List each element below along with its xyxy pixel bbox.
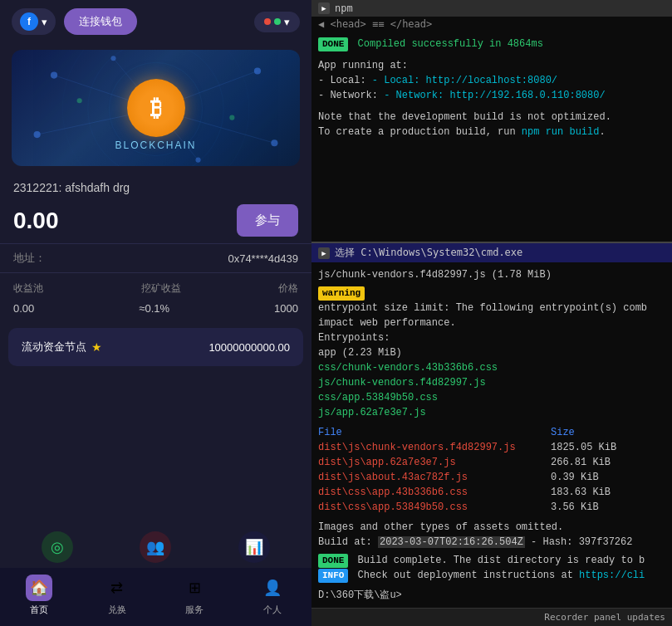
right-panel: ▶ npm ◀ <head> ≡≡ </head> DONE Compiled … <box>311 0 672 626</box>
svg-point-15 <box>77 98 82 103</box>
file-name-2: dist\js\about.43ac782f.js <box>318 470 534 485</box>
circle-symbol: ◎ <box>51 538 64 556</box>
nav-service[interactable]: ⊞ 服务 <box>156 575 234 616</box>
exchange-icon: ⇄ <box>104 575 130 601</box>
cmd-terminal-body: js/chunk-vendors.f4d82997.js (1.78 MiB) … <box>311 262 672 608</box>
warning-badge: warning <box>318 286 365 301</box>
file-name-1: dist\js\app.62a7e3e7.js <box>318 455 534 470</box>
file-name-4: dist\css\app.53849b50.css <box>318 500 534 515</box>
cmd-icon: ▶ <box>318 247 330 259</box>
connect-wallet-button[interactable]: 连接钱包 <box>64 8 137 35</box>
file-size-3: 183.63 KiB <box>551 485 611 500</box>
file-col1: File <box>318 425 534 440</box>
join-button[interactable]: 参与 <box>237 204 298 237</box>
compiled-text: Compiled successfully in 4864ms <box>358 38 543 50</box>
file-row-0: dist\js\chunk-vendors.f4d82997.js 1825.0… <box>318 440 665 455</box>
liquidity-text: 流动资金节点 <box>22 340 86 355</box>
build-timestamp: 2023-03-07T02:16:26.504Z <box>378 536 525 548</box>
js-file1: js/chunk-vendors.f4d82997.js <box>318 377 486 389</box>
stats-col3: 价格 <box>278 281 298 296</box>
svg-point-13 <box>110 56 115 61</box>
stats-values: 0.00 ≈0.1% 1000 <box>0 299 311 323</box>
banner-subtitle: BLOCKCHAIN <box>115 139 196 151</box>
pink-people-icon[interactable]: 👥 <box>140 531 171 563</box>
info-badge: INFO <box>318 569 348 583</box>
home-icon: 🏠 <box>26 575 52 601</box>
build-at-line: Build at: 2023-03-07T02:16:26.504Z - Has… <box>318 535 665 550</box>
address-row: 地址： 0x74****4d439 <box>0 243 311 273</box>
stats-header: 收益池 挖矿收益 价格 <box>0 273 311 299</box>
nav-service-label: 服务 <box>185 604 204 616</box>
notification-button[interactable]: ▾ <box>254 12 300 32</box>
nav-exchange[interactable]: ⇄ 兑换 <box>78 575 156 616</box>
cmd-titlebar: ▶ 选择 C:\Windows\System32\cmd.exe <box>311 243 672 262</box>
file-size-4: 3.56 KiB <box>551 500 599 515</box>
stats-val3: 1000 <box>274 302 298 315</box>
info-line: INFO Check out deployment instructions a… <box>318 568 665 583</box>
stats-col2: 挖矿收益 <box>141 281 181 296</box>
stats-val2: ≈0.1% <box>139 302 169 315</box>
address-value: 0x74****4d439 <box>228 252 298 265</box>
bottom-icons-row: ◎ 👥 📊 <box>0 521 311 568</box>
js-file2: js/app.62a7e3e7.js <box>318 407 426 418</box>
svg-point-10 <box>254 67 261 74</box>
terminal-icon: ▶ <box>318 2 330 14</box>
entry-line3: Entrypoints: <box>318 330 665 345</box>
images-note: Images and other types of assets omitted… <box>318 520 665 535</box>
done2-badge: DONE <box>318 554 348 568</box>
svg-point-16 <box>229 115 234 120</box>
chunk-line: js/chunk-vendors.f4d82997.js (1.78 MiB) <box>318 267 665 282</box>
nav-home[interactable]: 🏠 首页 <box>0 575 78 616</box>
nav-exchange-label: 兑换 <box>108 604 126 616</box>
app-running-line: App running at: <box>318 58 665 73</box>
file-size-1: 266.81 KiB <box>551 455 611 470</box>
stats-col1: 收益池 <box>13 281 43 296</box>
file-row-4: dist\css\app.53849b50.css 3.56 KiB <box>318 500 665 515</box>
nav-profile[interactable]: 👤 个人 <box>233 575 311 616</box>
blockchain-banner: ₿ BLOCKCHAIN <box>12 50 300 166</box>
balance-amount: 0.00 <box>13 208 59 234</box>
warning-line: warning <box>318 286 665 301</box>
css-file1: css/chunk-vendors.43b336b6.css <box>318 362 498 374</box>
entry-line4: app (2.23 MiB) <box>318 345 665 360</box>
file-table: File Size dist\js\chunk-vendors.f4d82997… <box>318 425 665 515</box>
status-bar: Recorder panel updates <box>311 608 672 626</box>
cli-url: https://cli <box>579 570 645 581</box>
bottom-nav: 🏠 首页 ⇄ 兑换 ⊞ 服务 👤 个人 <box>0 568 311 626</box>
svg-point-9 <box>51 72 57 79</box>
fb-button[interactable]: f ▾ <box>12 8 56 35</box>
chart-symbol: 📊 <box>245 538 263 556</box>
build-complete-line: DONE Build complete. The dist directory … <box>318 553 665 568</box>
entry-line7: css/app.53849b50.css <box>318 390 665 405</box>
file-size-2: 0.39 KiB <box>551 470 599 485</box>
green-dot-icon <box>274 18 281 25</box>
people-symbol: 👥 <box>146 538 164 556</box>
file-name-3: dist\css\app.43b336b6.css <box>318 485 534 500</box>
user-info: 2312221: afshdafh drg <box>0 173 311 198</box>
file-table-header: File Size <box>318 425 665 440</box>
npm-titlebar: ▶ npm <box>311 0 672 17</box>
done-badge: DONE <box>318 37 348 51</box>
css-file2: css/app.53849b50.css <box>318 392 438 403</box>
chevron-icon: ▾ <box>42 16 47 28</box>
file-row-2: dist\js\about.43ac782f.js 0.39 KiB <box>318 470 665 485</box>
left-panel: f ▾ 连接钱包 ▾ <box>0 0 311 626</box>
local-url: - Local: http://localhost:8080/ <box>372 75 557 86</box>
green-circle-icon[interactable]: ◎ <box>42 531 73 563</box>
svg-point-12 <box>271 139 277 146</box>
file-col2: Size <box>551 425 575 440</box>
head-tag: ◀ <head> ≡≡ </head> <box>311 17 672 32</box>
balance-row: 0.00 参与 <box>0 198 311 243</box>
liquidity-node-row[interactable]: 流动资金节点 ★ 10000000000.00 <box>8 328 303 366</box>
stats-val1: 0.00 <box>13 302 34 315</box>
blue-chart-icon[interactable]: 📊 <box>238 531 270 563</box>
liquidity-label: 流动资金节点 ★ <box>22 340 102 355</box>
svg-point-14 <box>195 158 200 163</box>
file-row-1: dist\js\app.62a7e3e7.js 266.81 KiB <box>318 455 665 470</box>
done-line: DONE Compiled successfully in 4864ms <box>318 37 665 51</box>
prompt-line: D:\360下载\盗u> <box>318 588 665 603</box>
app-header: f ▾ 连接钱包 ▾ <box>0 0 311 43</box>
entry-line5: css/chunk-vendors.43b336b6.css <box>318 360 665 375</box>
chevron2-icon: ▾ <box>284 16 290 28</box>
network-url: - Network: http://192.168.0.110:8080/ <box>384 90 605 101</box>
